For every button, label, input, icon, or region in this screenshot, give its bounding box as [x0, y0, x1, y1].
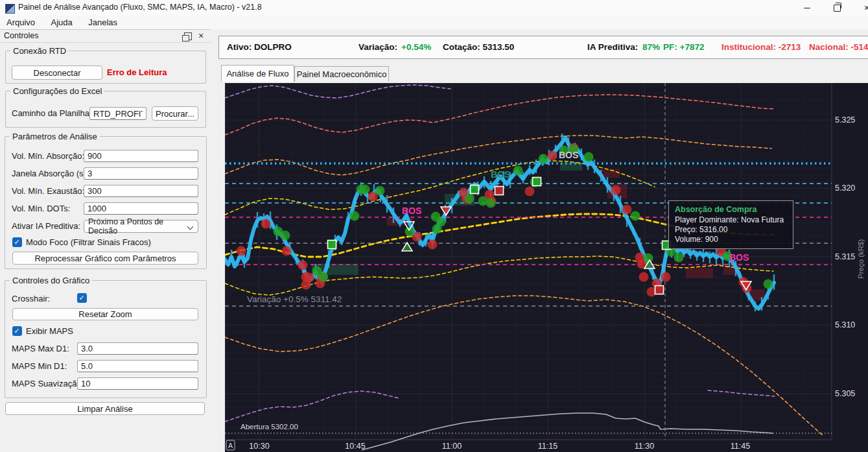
param-input-exaustao[interactable] — [84, 185, 198, 197]
param-label-janela: Janela Absorção (s): — [12, 167, 89, 180]
maps-smooth-input[interactable] — [77, 377, 198, 390]
dock-float-icon[interactable] — [184, 32, 192, 40]
svg-text:5.310: 5.310 — [835, 320, 855, 329]
ia-preditiva-label: Ativar IA Preditiva: — [12, 220, 80, 232]
svg-text:11:45: 11:45 — [731, 442, 750, 451]
param-input-absorcao[interactable] — [84, 150, 198, 162]
svg-text:5.315: 5.315 — [835, 252, 855, 261]
group-chart-controls-title: Controles do Gráfico — [10, 276, 92, 285]
app-icon — [5, 4, 15, 14]
show-maps-checkbox[interactable] — [12, 326, 22, 336]
maximize-icon — [834, 5, 841, 12]
clear-analysis-button[interactable]: Limpar Análise — [5, 402, 205, 415]
maps-min-input[interactable] — [77, 360, 198, 372]
tooltip-line-player: Player Dominante: Nova Futura — [675, 215, 787, 225]
price-chart[interactable]: BOSBOSBOSBOSVariação +0.5% 5311.42Abertu… — [225, 83, 868, 452]
focus-mode-label: Modo Foco (Filtrar Sinais Fracos) — [26, 236, 151, 248]
maps-smooth-label: MAPS Suavização: — [12, 377, 84, 390]
show-maps-label: Exibir MAPS — [26, 325, 73, 337]
param-label-absorcao: Vol. Mín. Absorção: — [12, 150, 84, 162]
window-title: Painel de Análise Avançado (Fluxo, SMC, … — [18, 3, 262, 12]
browse-button[interactable]: Procurar... — [152, 106, 198, 121]
close-button[interactable]: × — [857, 0, 868, 16]
tooltip-line-preco: Preço: 5316.00 — [675, 225, 787, 235]
dock-close-icon[interactable]: × — [198, 30, 204, 41]
reset-zoom-button[interactable]: Resetar Zoom — [12, 308, 198, 320]
dock-header[interactable]: Controles × — [0, 29, 211, 43]
param-label-exaustao: Vol. Mín. Exaustão: — [12, 185, 84, 197]
param-label-dots: Vol. Mín. DOTs: — [12, 202, 70, 215]
menu-bar: Arquivo Ajuda Janelas — [0, 16, 868, 29]
svg-text:Variação +0.5% 5311.42: Variação +0.5% 5311.42 — [247, 294, 342, 304]
sheet-path-label: Caminho da Planilha: — [12, 107, 92, 119]
crosshair-label: Crosshair: — [12, 292, 50, 305]
cotacao-value: Cotação: 5313.50 — [443, 36, 514, 58]
institucional-value: Institucional: -2713 — [721, 36, 801, 58]
main-content: Ativo: DOLPRO Variação: +0.54% Cotação: … — [211, 29, 868, 452]
svg-text:BOS: BOS — [729, 252, 749, 263]
info-bar: Ativo: DOLPRO Variação: +0.54% Cotação: … — [218, 36, 868, 59]
controls-dock: Controles × Conexão RTD Desconectar Erro… — [0, 29, 211, 452]
ia-preditiva-bar-label: IA Preditiva: — [587, 36, 638, 58]
svg-text:BOS: BOS — [402, 206, 421, 216]
ativo-value: Ativo: DOLPRO — [227, 36, 292, 58]
flow-chart-area[interactable]: BOSBOSBOSBOSVariação +0.5% 5311.42Abertu… — [225, 83, 868, 452]
maximize-button[interactable] — [827, 0, 847, 16]
nacional-value: Nacional: -5148 — [809, 36, 868, 58]
chart-tooltip: Absorção de Compra Player Dominante: Nov… — [668, 200, 793, 249]
svg-text:11:30: 11:30 — [635, 442, 654, 451]
group-excel-title: Configurações do Excel — [10, 86, 104, 96]
application-window: Painel de Análise Avançado (Fluxo, SMC, … — [0, 0, 868, 452]
svg-text:A: A — [228, 442, 233, 449]
svg-text:Abertura 5302.00: Abertura 5302.00 — [240, 423, 298, 431]
sheet-path-input[interactable] — [89, 107, 147, 120]
menu-janelas[interactable]: Janelas — [82, 16, 124, 29]
dock-title: Controles — [4, 31, 39, 40]
maps-max-input[interactable] — [77, 342, 198, 355]
svg-text:BOS: BOS — [491, 169, 510, 180]
tooltip-title: Absorção de Compra — [675, 205, 787, 214]
ia-preditiva-bar-value: 87% — [642, 36, 660, 58]
ia-preditiva-value: Próximo a Pontos de Decisão — [88, 217, 194, 235]
minimize-button[interactable] — [797, 0, 817, 16]
pf-value: PF: +7872 — [663, 36, 704, 58]
maps-min-label: MAPS Min D1: — [12, 360, 67, 372]
maps-max-label: MAPS Max D1: — [12, 342, 69, 355]
close-icon: × — [864, 3, 868, 12]
crosshair-checkbox[interactable] — [77, 293, 87, 303]
group-excel: Configurações do Excel Caminho da Planil… — [5, 91, 206, 128]
svg-text:11:15: 11:15 — [538, 442, 557, 451]
svg-text:10:30: 10:30 — [249, 442, 269, 451]
disconnect-button[interactable]: Desconectar — [12, 65, 102, 80]
group-chart-controls: Controles do Gráfico Crosshair: Resetar … — [5, 280, 207, 398]
reprocess-button[interactable]: Reprocessar Gráfico com Parâmetros — [12, 252, 198, 265]
param-input-janela[interactable] — [84, 167, 198, 180]
svg-text:Preço (kR$): Preço (kR$) — [857, 239, 865, 279]
tab-painel-macro[interactable]: Painel Macroeconômico — [294, 66, 389, 82]
minimize-icon — [804, 8, 810, 8]
svg-text:5.320: 5.320 — [835, 184, 855, 193]
menu-arquivo[interactable]: Arquivo — [0, 16, 41, 29]
svg-text:5.325: 5.325 — [835, 115, 855, 125]
param-input-dots[interactable] — [84, 202, 198, 215]
group-params-title: Parâmetros de Análise — [10, 132, 100, 141]
tooltip-line-volume: Volume: 900 — [675, 235, 787, 244]
svg-text:11:00: 11:00 — [442, 442, 462, 451]
ia-preditiva-select[interactable]: Próximo a Pontos de Decisão — [84, 220, 198, 233]
group-rtd: Conexão RTD Desconectar Erro de Leitura — [5, 51, 206, 84]
group-rtd-title: Conexão RTD — [10, 46, 69, 56]
svg-text:BOS: BOS — [559, 150, 578, 160]
svg-text:10:45: 10:45 — [345, 442, 365, 451]
rtd-status-text: Erro de Leitura — [107, 65, 167, 80]
title-bar: Painel de Análise Avançado (Fluxo, SMC, … — [0, 0, 868, 16]
menu-ajuda[interactable]: Ajuda — [45, 16, 79, 29]
svg-text:5.305: 5.305 — [835, 389, 855, 398]
tab-analise-fluxo[interactable]: Análise de Fluxo — [221, 65, 294, 82]
variacao-value: +0.54% — [401, 36, 431, 58]
focus-mode-checkbox[interactable] — [12, 237, 22, 247]
variacao-label: Variação: — [358, 36, 397, 58]
group-params: Parâmetros de Análise Vol. Mín. Absorção… — [5, 136, 207, 269]
